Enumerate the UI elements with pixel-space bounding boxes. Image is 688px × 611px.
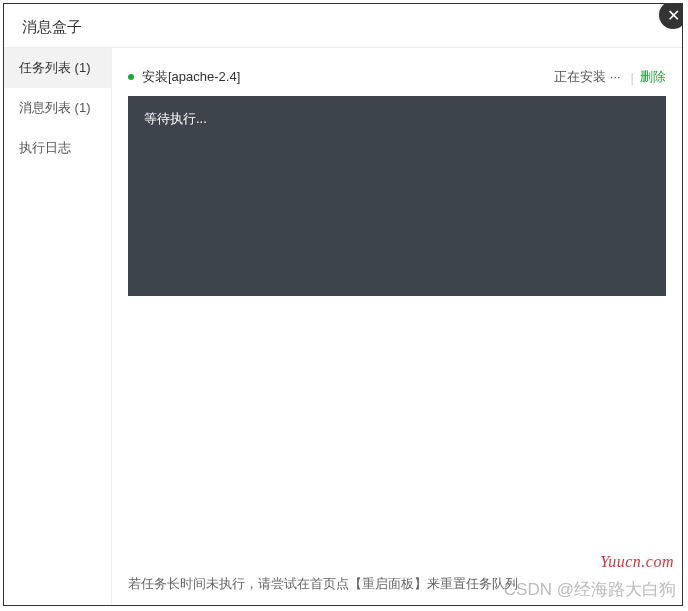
console-output[interactable]: 等待执行... — [128, 96, 666, 296]
main-content: 安装[apache-2.4] 正在安装 ··· | 删除 等待执行... 若任务… — [112, 48, 682, 605]
divider: | — [631, 70, 634, 85]
sidebar-item-label: 任务列表 (1) — [19, 60, 91, 75]
task-name: 安装[apache-2.4] — [142, 68, 554, 86]
sidebar: 任务列表 (1) 消息列表 (1) 执行日志 — [4, 48, 112, 605]
modal-header: 消息盒子 — [4, 4, 682, 48]
sidebar-item-label: 消息列表 (1) — [19, 100, 91, 115]
message-box-modal: ✕ 消息盒子 任务列表 (1) 消息列表 (1) 执行日志 安装[apache-… — [3, 3, 683, 606]
watermark-site: Yuucn.com — [600, 553, 674, 571]
task-row: 安装[apache-2.4] 正在安装 ··· | 删除 — [128, 62, 666, 96]
watermark-author: CSDN @经海路大白狗 — [504, 578, 676, 601]
sidebar-item-task-list[interactable]: 任务列表 (1) — [4, 48, 111, 88]
close-icon: ✕ — [667, 6, 680, 25]
modal-title: 消息盒子 — [22, 18, 82, 35]
status-dot-icon — [128, 74, 134, 80]
delete-link[interactable]: 删除 — [640, 68, 666, 86]
task-status: 正在安装 ··· — [554, 68, 620, 86]
console-text: 等待执行... — [144, 111, 207, 126]
modal-body: 任务列表 (1) 消息列表 (1) 执行日志 安装[apache-2.4] 正在… — [4, 48, 682, 605]
close-button[interactable]: ✕ — [659, 1, 687, 29]
sidebar-item-exec-log[interactable]: 执行日志 — [4, 128, 111, 168]
sidebar-item-message-list[interactable]: 消息列表 (1) — [4, 88, 111, 128]
sidebar-item-label: 执行日志 — [19, 140, 71, 155]
